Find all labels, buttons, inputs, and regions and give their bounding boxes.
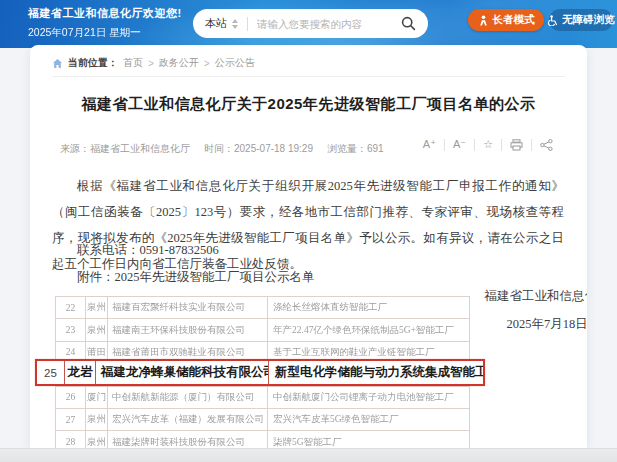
table-row: 23 泉州 福建南王环保科技股份有限公司 年产22.47亿个绿色环保纸制品5G+… [56, 319, 469, 341]
current-date: 2025年07月21日 星期一 [28, 26, 182, 40]
breadcrumb-rule [52, 76, 565, 77]
cell-city: 泉州 [86, 319, 108, 340]
print-icon[interactable] [502, 139, 531, 151]
cell-no: 28 [56, 431, 86, 448]
elder-mode-label: 长者模式 [493, 13, 535, 27]
meta-source: 来源：福建省工业和信息化厅 [60, 142, 190, 156]
table-row: 22 泉州 福建百宏聚纤科技实业有限公司 涤纶长丝熔体直纺智能工厂 [56, 297, 469, 319]
cell-project: 柒牌5G智能工厂 [268, 431, 469, 448]
meta-time: 时间：2025-07-18 19:29 [204, 142, 313, 156]
elder-mode-button[interactable]: 长者模式 [468, 9, 544, 31]
breadcrumb-notices[interactable]: 公示公告 [215, 56, 255, 70]
search-scope-label: 本站 [205, 16, 227, 31]
highlight-company: 福建龙净蜂巢储能科技有限公司 [96, 361, 269, 384]
contact-phone: 联系电话：0591-87832506 [52, 237, 564, 263]
font-increase-button[interactable]: A⁺ [415, 138, 444, 151]
welcome-text: 福建省工业和信息化厅欢迎您! [28, 6, 182, 21]
attachment-link[interactable]: 附件：2025年先进级智能工厂项目公示名单 [52, 264, 564, 290]
search-bar[interactable]: 本站 [193, 9, 428, 38]
breadcrumb-gov-open[interactable]: 政务公开 [159, 56, 199, 70]
article-meta: 来源：福建省工业和信息化厅 时间：2025-07-18 19:29 浏览量：69… [60, 142, 384, 156]
meta-views: 浏览量：691 [327, 142, 384, 156]
signature-block: 福建省工业和信息化厅 2025年7月18日 [482, 288, 587, 333]
cell-city: 泉州 [86, 431, 108, 448]
breadcrumb-separator: > [204, 58, 210, 69]
elder-person-icon [478, 15, 489, 26]
home-icon [52, 58, 63, 69]
accessibility-label: 无障碍浏览 [562, 13, 615, 27]
cell-project: 涤纶长丝熔体直纺智能工厂 [268, 297, 469, 318]
search-input[interactable] [257, 18, 395, 30]
wheelchair-icon [547, 15, 558, 26]
cell-project: 年产22.47亿个绿色环保纸制品5G+智能工厂 [268, 319, 469, 340]
cell-no: 23 [56, 319, 86, 340]
cell-company: 宏兴汽车皮革（福建）发展有限公司 [108, 409, 268, 430]
cell-city: 泉州 [86, 297, 108, 318]
highlight-city: 龙岩 [65, 361, 96, 384]
cell-project: 中创新航厦门公司锂离子动力电池智能工厂 [268, 387, 469, 408]
table-row: 28 泉州 福建柒牌时装科技股份有限公司 柒牌5G智能工厂 [56, 431, 469, 448]
breadcrumb: 当前位置： 首页 > 政务公开 > 公示公告 [52, 56, 255, 70]
font-decrease-button[interactable]: A⁻ [445, 138, 474, 151]
signature-date: 2025年7月18日 [482, 316, 587, 333]
search-icon[interactable] [401, 16, 416, 31]
highlight-project: 新型电化学储能与动力系统集成智能工厂 [269, 361, 483, 384]
content-card: 当前位置： 首页 > 政务公开 > 公示公告 福建省工业和信息化厅关于2025年… [30, 45, 587, 448]
table-row: 27 泉州 宏兴汽车皮革（福建）发展有限公司 宏兴汽车皮革5G绿色智能工厂 [56, 409, 469, 431]
table-row: 26 厦门 中创新航新能源（厦门）有限公司 中创新航厦门公司锂离子动力电池智能工… [56, 387, 469, 409]
page-bottom-strip [0, 448, 617, 462]
cell-company: 福建百宏聚纤科技实业有限公司 [108, 297, 268, 318]
article-toolbar: A⁺ A⁻ ☆ [415, 138, 561, 151]
highlight-no: 25 [37, 361, 65, 384]
cell-no: 26 [56, 387, 86, 408]
accessibility-button[interactable]: 无障碍浏览 [549, 9, 613, 31]
cell-no: 27 [56, 409, 86, 430]
favorite-star-icon[interactable]: ☆ [475, 138, 501, 151]
signature-org: 福建省工业和信息化厅 [482, 288, 587, 305]
cell-city: 泉州 [86, 409, 108, 430]
cell-company: 福建南王环保科技股份有限公司 [108, 319, 268, 340]
page-title: 福建省工业和信息化厅关于2025年先进级智能工厂项目名单的公示 [50, 95, 567, 114]
breadcrumb-label: 当前位置： [68, 56, 118, 70]
chevron-updown-icon [232, 19, 238, 29]
search-divider [247, 17, 248, 31]
cell-company: 中创新航新能源（厦门）有限公司 [108, 387, 268, 408]
cell-project: 宏兴汽车皮革5G绿色智能工厂 [268, 409, 469, 430]
cell-company: 福建柒牌时装科技股份有限公司 [108, 431, 268, 448]
breadcrumb-home[interactable]: 首页 [123, 56, 143, 70]
cell-city: 厦门 [86, 387, 108, 408]
highlighted-row-annotation: 25 龙岩 福建龙净蜂巢储能科技有限公司 新型电化学储能与动力系统集成智能工厂 [35, 359, 485, 386]
cell-no: 22 [56, 297, 86, 318]
search-scope-select[interactable]: 本站 [205, 16, 238, 31]
site-welcome: 福建省工业和信息化厅欢迎您! 2025年07月21日 星期一 [28, 6, 182, 40]
breadcrumb-separator: > [148, 58, 154, 69]
site-header: 福建省工业和信息化厅欢迎您! 2025年07月21日 星期一 本站 长者模式 无… [0, 0, 617, 48]
share-icon[interactable] [532, 139, 561, 151]
